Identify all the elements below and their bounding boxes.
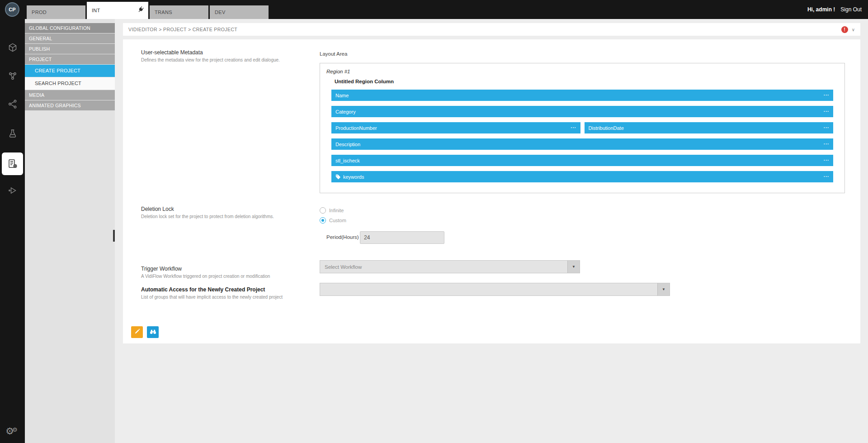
deletion-lock-subtitle: Deletion lock set for the project to pro… (141, 214, 274, 219)
app-icon-rail: CP (0, 0, 25, 443)
tab-int-label: INT (92, 8, 100, 13)
metadata-field-category[interactable]: Category ... (331, 106, 833, 117)
metadata-field-keywords[interactable]: keywords ... (331, 171, 833, 182)
breadcrumb: VIDIEDITOR > PROJECT > CREATE PROJECT (128, 27, 237, 32)
access-groups-dropdown[interactable]: ▼ (320, 283, 670, 296)
avatar[interactable]: CP (5, 2, 19, 17)
dropdown-arrow-button[interactable]: ▼ (657, 283, 670, 295)
field-label: DistributionDate (589, 125, 624, 131)
sidebar-item-project[interactable]: PROJECT (25, 54, 115, 64)
config-sidebar: GLOBAL CONFIGURATION GENERAL PUBLISH PRO… (25, 19, 115, 443)
error-icon[interactable]: ! (841, 26, 848, 33)
field-label: ProductionNumber (335, 125, 377, 131)
environment-tabs: PROD INT TRANS DEV (27, 2, 269, 19)
metadata-section-title: User-selectable Metadata (141, 49, 203, 56)
tab-prod-label: PROD (32, 10, 47, 15)
gear-small-glyph: ⚙ (12, 426, 18, 433)
layout-area: Region #1 Untitled Region Column Name ..… (320, 63, 845, 193)
workflow-dropdown-value: Select Workflow (320, 264, 567, 270)
chevron-down-icon[interactable]: ∨ (852, 27, 855, 32)
radio-infinite[interactable] (320, 207, 326, 214)
region-column-title: Untitled Region Column (335, 79, 844, 84)
radio-custom-label: Custom (329, 218, 346, 223)
tab-dev[interactable]: DEV (210, 5, 269, 19)
tab-prod[interactable]: PROD (27, 5, 85, 19)
field-label: Description (335, 142, 360, 147)
metadata-field-row: ProductionNumber ... DistributionDate ..… (331, 122, 833, 138)
deletion-lock-title: Deletion Lock (141, 206, 174, 212)
tag-icon (335, 174, 341, 180)
tab-int[interactable]: INT (87, 2, 148, 19)
editor-config-icon[interactable] (2, 152, 23, 175)
metadata-field-name[interactable]: Name ... (331, 90, 833, 101)
field-label: Category (335, 109, 356, 114)
trigger-workflow-subtitle: A VidiFlow Workflow triggered on project… (141, 274, 270, 279)
player-icon[interactable] (4, 182, 21, 199)
lab-icon[interactable] (4, 125, 21, 142)
metadata-field-productionnumber[interactable]: ProductionNumber ... (331, 122, 580, 133)
settings-gears-icon[interactable]: ⚙⚙ (0, 426, 25, 436)
automatic-access-title: Automatic Access for the Newly Created P… (141, 286, 265, 293)
chevron-down-icon: ▼ (572, 265, 576, 269)
content-region: VIDIEDITOR > PROJECT > CREATE PROJECT ! … (115, 19, 868, 443)
search-button[interactable] (147, 326, 159, 338)
sidebar-item-global-configuration[interactable]: GLOBAL CONFIGURATION (25, 23, 115, 33)
connections-icon[interactable] (4, 67, 21, 85)
tab-trans[interactable]: TRANS (150, 5, 208, 19)
sidebar-item-search-project[interactable]: SEARCH PROJECT (25, 77, 115, 90)
user-greeting: Hi, admin ! (807, 6, 835, 13)
field-label: stl_ischeck (335, 158, 360, 163)
sidebar-item-create-project[interactable]: CREATE PROJECT (25, 65, 115, 77)
share-icon[interactable] (4, 95, 21, 113)
metadata-section-subtitle: Defines the metadata view for the projec… (141, 57, 280, 62)
region-title: Region #1 (326, 69, 844, 74)
chevron-down-icon: ▼ (662, 287, 665, 291)
period-hours-label: Period(Hours) (326, 234, 359, 240)
automatic-access-subtitle: List of groups that will have implicit a… (141, 295, 283, 300)
metadata-field-description[interactable]: Description ... (331, 138, 833, 150)
edit-button[interactable] (131, 326, 143, 338)
deletion-lock-infinite-option[interactable]: Infinite (320, 207, 344, 214)
metadata-field-distributiondate[interactable]: DistributionDate ... (585, 122, 834, 133)
workflow-dropdown[interactable]: Select Workflow ▼ (320, 260, 580, 273)
sidebar-item-animated-graphics[interactable]: ANIMATED GRAPHICS (25, 100, 115, 110)
packages-icon[interactable] (4, 39, 21, 56)
binoculars-icon (150, 328, 156, 336)
sidebar-item-media[interactable]: MEDIA (25, 90, 115, 100)
radio-infinite-label: Infinite (329, 208, 344, 213)
trigger-workflow-title: Trigger Workflow (141, 266, 182, 272)
edit-pencil-icon (134, 329, 140, 336)
field-label: keywords (343, 174, 364, 180)
plug-icon (135, 5, 146, 15)
field-label: Name (335, 93, 349, 98)
radio-custom[interactable] (320, 217, 326, 224)
metadata-field-stl-ischeck[interactable]: stl_ischeck ... (331, 155, 833, 166)
metadata-field-list: Name ... Category ... ProductionNumber .… (331, 90, 833, 182)
dropdown-arrow-button[interactable]: ▼ (567, 261, 580, 273)
sign-out-link[interactable]: Sign Out (840, 6, 862, 13)
topbar-user-area: Hi, admin ! Sign Out (807, 0, 862, 19)
sidebar-item-general[interactable]: GENERAL (25, 33, 115, 43)
create-project-form: User-selectable Metadata Defines the met… (123, 39, 860, 343)
layout-area-label: Layout Area (320, 51, 347, 57)
period-hours-input[interactable] (360, 231, 444, 244)
deletion-lock-custom-option[interactable]: Custom (320, 217, 346, 224)
tab-dev-label: DEV (215, 10, 226, 15)
tab-trans-label: TRANS (155, 10, 172, 15)
sidebar-item-publish[interactable]: PUBLISH (25, 44, 115, 54)
top-bar: PROD INT TRANS DEV Hi, admin ! Sign Out (0, 0, 868, 19)
sidebar-scrollbar-thumb[interactable] (113, 230, 115, 242)
breadcrumb-bar: VIDIEDITOR > PROJECT > CREATE PROJECT ! … (123, 23, 860, 36)
